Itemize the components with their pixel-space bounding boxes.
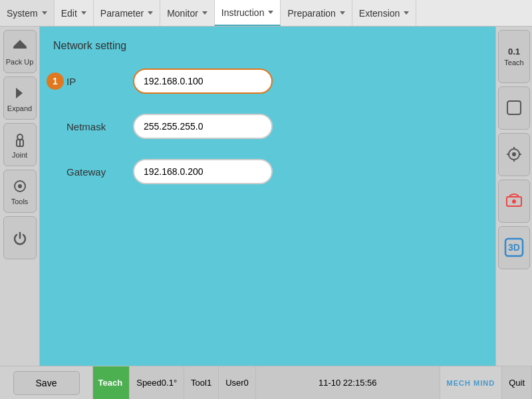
- ip-input[interactable]: [133, 68, 273, 94]
- instruction-arrow-icon: [268, 11, 273, 14]
- right-btn-1[interactable]: [498, 86, 530, 130]
- sidebar-btn-power[interactable]: [3, 216, 37, 259]
- netmask-row: Netmask: [53, 114, 482, 139]
- power-icon: [11, 229, 29, 247]
- right-icon-3: [505, 192, 523, 211]
- sidebar-btn-pack-up[interactable]: Pack Up: [3, 30, 37, 73]
- right-btn-2[interactable]: [498, 133, 530, 176]
- menu-preparation[interactable]: Preparation: [281, 0, 352, 26]
- right-sidebar: 0.1 Teach: [495, 27, 532, 366]
- status-tool[interactable]: Tool1: [184, 366, 219, 399]
- form-card: 1 IP Netmask Gateway: [53, 62, 482, 211]
- teach-value: 0.1: [508, 47, 520, 57]
- right-icon-2: [505, 145, 523, 165]
- status-teach[interactable]: Teach: [92, 366, 130, 399]
- svg-marker-1: [13, 40, 27, 47]
- menu-extension[interactable]: Extension: [352, 0, 416, 26]
- sidebar-btn-expand[interactable]: Expand: [3, 76, 37, 120]
- right-btn-3[interactable]: [498, 180, 530, 223]
- svg-rect-0: [13, 47, 27, 49]
- system-arrow-icon: [42, 11, 47, 15]
- monitor-arrow-icon: [202, 11, 207, 15]
- status-speed[interactable]: Speed0.1°: [130, 366, 184, 399]
- status-datetime: 11-10 22:15:56: [256, 366, 440, 399]
- svg-point-10: [512, 152, 516, 156]
- status-user[interactable]: User0: [219, 366, 256, 399]
- svg-point-7: [18, 184, 22, 188]
- menu-parameter[interactable]: Parameter: [94, 0, 160, 26]
- gateway-row: Gateway: [53, 159, 482, 184]
- sidebar-btn-joint[interactable]: Joint: [3, 123, 37, 166]
- right-btn-4[interactable]: 3D: [498, 226, 530, 269]
- right-btn-teach[interactable]: 0.1 Teach: [498, 30, 530, 83]
- joint-icon: [11, 130, 29, 149]
- edit-arrow-icon: [81, 11, 86, 15]
- menu-bar: System Edit Parameter Monitor Instructio…: [0, 0, 532, 27]
- menu-instruction[interactable]: Instruction: [215, 0, 281, 26]
- content-area: Network setting 1 IP Netmask Gateway: [40, 27, 495, 366]
- right-icon-4: 3D: [504, 237, 524, 259]
- svg-marker-2: [16, 88, 23, 98]
- svg-point-16: [512, 200, 516, 203]
- svg-rect-8: [507, 101, 521, 114]
- menu-edit[interactable]: Edit: [55, 0, 94, 26]
- status-quit[interactable]: Quit: [502, 366, 532, 399]
- main-layout: Pack Up Expand Joint: [0, 27, 532, 366]
- mechmind-logo: MECH MIND: [447, 379, 495, 387]
- extension-arrow-icon: [404, 11, 409, 15]
- menu-monitor[interactable]: Monitor: [160, 0, 215, 26]
- save-button[interactable]: Save: [13, 371, 80, 395]
- save-area: Save: [0, 366, 93, 399]
- gateway-input[interactable]: [133, 159, 273, 184]
- sidebar-btn-tools[interactable]: Tools: [3, 170, 37, 213]
- step-badge-1: 1: [47, 72, 64, 90]
- parameter-arrow-icon: [148, 11, 153, 15]
- netmask-label: Netmask: [53, 121, 133, 132]
- right-icon-1: [505, 98, 523, 118]
- ip-label: IP: [53, 76, 133, 87]
- svg-point-3: [17, 134, 23, 140]
- expand-icon: [11, 84, 29, 102]
- section-title: Network setting: [53, 40, 482, 52]
- menu-system[interactable]: System: [0, 0, 55, 26]
- preparation-arrow-icon: [340, 11, 345, 15]
- status-mechmind: MECH MIND: [440, 366, 503, 399]
- ip-row: 1 IP: [53, 68, 482, 94]
- gateway-label: Gateway: [53, 166, 133, 178]
- teach-label: Teach: [504, 59, 523, 66]
- left-sidebar: Pack Up Expand Joint: [0, 27, 40, 366]
- netmask-input[interactable]: [133, 114, 273, 139]
- pack-up-icon: [11, 37, 29, 56]
- tools-icon: [11, 177, 29, 196]
- svg-text:3D: 3D: [508, 242, 520, 253]
